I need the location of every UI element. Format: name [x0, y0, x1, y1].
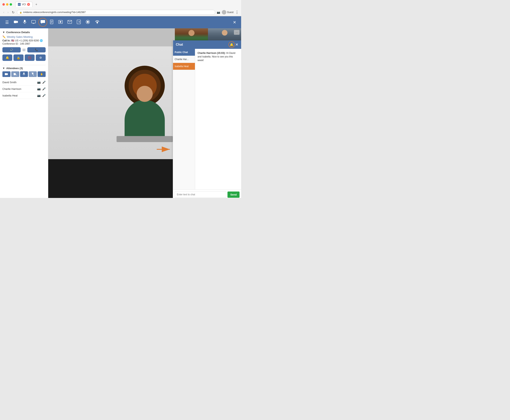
more-options-button[interactable]: ···	[234, 30, 240, 35]
new-tab-button[interactable]: +	[34, 2, 38, 7]
reload-button[interactable]: ↻	[11, 10, 15, 15]
chat-messages: Charlie Harrison (15:03): Hi David and I…	[195, 49, 241, 189]
or-label: or	[22, 48, 26, 52]
chat-panel: Chat 🔔 ✕ Public Chat Charlie Har... Isab…	[173, 40, 241, 198]
attendee-hand-button[interactable]: ✋	[38, 71, 46, 77]
controls-row: 🔔 🔒 🚫 ⚙	[2, 54, 46, 61]
chat-contact-public[interactable]: Public Chat	[173, 49, 195, 56]
toolbar-close-button[interactable]: ✕	[231, 18, 238, 26]
camera-button[interactable]	[12, 18, 20, 26]
bell-control-button[interactable]: 🔔	[2, 54, 12, 61]
menu-button[interactable]: ☰	[3, 18, 11, 26]
attendee-controls: ✋	[2, 71, 46, 77]
chat-header-actions: 🔔 ✕	[230, 42, 238, 47]
close-traffic-light[interactable]	[2, 3, 5, 6]
attendee-mic-mute-button[interactable]	[29, 71, 37, 77]
broadcast-icon	[95, 20, 100, 25]
browser-addressbar: ‹ › ↻ 🔒 m4demo.videoconferencinginfo.com…	[0, 9, 241, 16]
svg-rect-2	[24, 20, 25, 22]
media-button[interactable]	[56, 18, 65, 27]
chat-contact-charlie[interactable]: Charlie Har...	[173, 56, 195, 63]
charlie-mic-icon: 🎤	[42, 87, 46, 90]
play-icon	[58, 20, 63, 25]
back-button[interactable]: ‹	[2, 10, 5, 15]
globe-icon: 🌐	[40, 39, 43, 42]
attendee-video-mute-button[interactable]	[11, 71, 19, 77]
settings-control-button[interactable]: ⚙	[36, 54, 46, 61]
browser-titlebar: VCI VCI ✕ +	[0, 0, 241, 9]
speaker-button[interactable]: 🔊	[2, 47, 21, 52]
main-content: ▼ Conference Details ✏️ Weekly Sales Mee…	[0, 28, 241, 198]
svg-rect-24	[23, 73, 24, 74]
chat-message: Charlie Harrison (15:03): Hi David and I…	[197, 51, 239, 62]
conference-details-header[interactable]: ▼ Conference Details	[2, 31, 46, 34]
camera-permission-button[interactable]: 📷	[217, 11, 220, 14]
microphone-button[interactable]	[21, 18, 29, 27]
lock-icon: 🔒	[17, 56, 20, 59]
tab-favicon: VCI	[18, 3, 21, 6]
broadcast-button[interactable]	[93, 18, 102, 27]
attendees-collapse-icon: ▼	[2, 67, 5, 70]
forward-button[interactable]: ›	[7, 10, 9, 15]
guest-label: Guest	[227, 11, 233, 14]
phone-button[interactable]: 📞	[27, 47, 46, 52]
minimize-traffic-light[interactable]	[6, 3, 8, 6]
url-text: m4demo.videoconferencinginfo.com/meeting…	[23, 11, 86, 14]
lock-icon: 🔒	[20, 11, 22, 14]
guest-profile-button[interactable]: Guest	[222, 10, 233, 15]
chat-header: Chat 🔔 ✕	[173, 40, 241, 49]
tab-close-button[interactable]: ✕	[27, 3, 30, 6]
speaker-icon: 🔊	[10, 48, 13, 51]
chat-bell-button[interactable]: 🔔	[230, 43, 234, 47]
signin-button[interactable]	[75, 18, 83, 27]
chat-close-button[interactable]: ✕	[235, 42, 238, 47]
block-control-button[interactable]: 🚫	[25, 54, 35, 61]
app-container: ☰	[0, 16, 241, 198]
record-button[interactable]	[84, 18, 92, 27]
call-in-row: Call In: 🇺🇸 US +1 (206) 928-9280 🌐	[2, 39, 46, 42]
attendees-header[interactable]: ▼ Attendees (3)	[2, 67, 46, 70]
screen-share-button[interactable]	[29, 18, 38, 26]
signin-icon	[77, 20, 81, 25]
conference-details-label: Conference Details	[6, 31, 30, 34]
svg-point-17	[87, 21, 89, 23]
address-bar[interactable]: 🔒 m4demo.videoconferencinginfo.com/meeti…	[17, 10, 215, 15]
menu-icon: ☰	[5, 20, 9, 25]
call-in-number: US +1 (206) 928-9280	[15, 39, 39, 42]
attendee-name-david: David Smith	[2, 81, 37, 84]
microphone-icon	[23, 20, 27, 25]
chat-send-button[interactable]: Send	[227, 192, 240, 198]
close-icon: ✕	[235, 43, 238, 47]
svg-marker-12	[60, 21, 61, 23]
chat-contact-isabella[interactable]: Isabella Heal	[173, 63, 195, 70]
tab-label: VCI	[22, 3, 26, 6]
svg-marker-1	[17, 21, 18, 23]
record-icon	[86, 20, 90, 25]
mail-button[interactable]	[66, 18, 74, 26]
attendee-name-charlie: Charlie Harrison	[2, 87, 37, 90]
chat-input[interactable]	[175, 191, 226, 198]
block-icon: 🚫	[28, 56, 31, 59]
chat-icon	[41, 20, 45, 25]
document-icon	[50, 20, 53, 25]
attendee-mic-button[interactable]	[20, 71, 28, 77]
gear-icon: ⚙	[39, 56, 42, 59]
svg-rect-0	[14, 21, 17, 23]
mail-icon	[68, 20, 72, 25]
david-icons: 📷 🎤	[37, 81, 46, 84]
meeting-title-row[interactable]: ✏️ Weekly Sales Meeting	[2, 35, 46, 38]
browser-more-button[interactable]: ⋮	[235, 10, 239, 15]
attendee-video-button[interactable]	[2, 71, 10, 77]
chat-button[interactable]	[38, 18, 47, 27]
svg-rect-4	[31, 20, 36, 23]
edit-icon: ✏️	[2, 35, 6, 38]
lock-control-button[interactable]: 🔒	[14, 54, 23, 61]
document-button[interactable]	[48, 18, 55, 27]
screen-share-icon	[31, 20, 36, 25]
maximize-traffic-light[interactable]	[10, 3, 12, 6]
isabella-camera-icon: 📷	[37, 94, 41, 97]
browser-tab[interactable]: VCI VCI ✕	[15, 2, 33, 7]
chat-body: Public Chat Charlie Har... Isabella Heal…	[173, 49, 241, 189]
meeting-title: Weekly Sales Meeting	[7, 35, 33, 38]
isabella-icons: 📷 🎤	[37, 94, 46, 97]
